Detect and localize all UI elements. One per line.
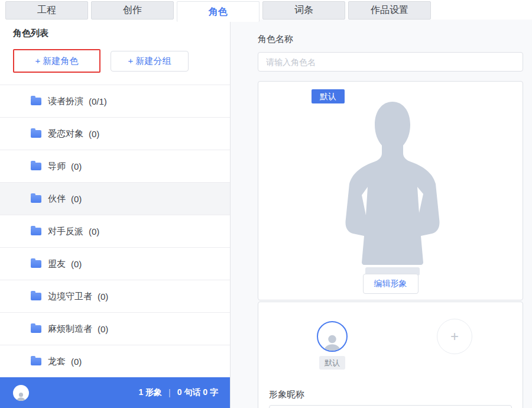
group-count: (0): [71, 259, 82, 269]
tab-work-settings[interactable]: 作品设置: [348, 1, 431, 20]
plus-icon: +: [450, 328, 459, 345]
group-count: (0): [89, 129, 99, 139]
content-area: 角色列表 + 新建角色 + 新建分组 读者扮演 (0/1) 爱恋对象 (0): [0, 20, 532, 408]
folder-icon: [31, 260, 41, 268]
group-count: (0): [71, 194, 82, 204]
group-name: 麻烦制造者: [48, 323, 92, 335]
avatar-icon: [13, 385, 29, 401]
sidebar-title: 角色列表: [13, 28, 217, 39]
group-list: 读者扮演 (0/1) 爱恋对象 (0) 导师 (0) 伙伴 (0): [0, 85, 230, 377]
folder-icon: [31, 325, 41, 333]
group-count: (0): [71, 357, 82, 367]
group-name: 龙套: [48, 356, 66, 367]
folder-icon: [31, 228, 41, 235]
group-name: 伙伴: [48, 193, 66, 205]
folder-icon: [31, 358, 41, 365]
group-row-rival[interactable]: 对手反派 (0): [0, 215, 230, 247]
group-name: 导师: [48, 161, 66, 172]
thumbnail-tag: 默认: [319, 356, 345, 370]
folder-icon: [31, 98, 41, 105]
folder-icon: [31, 163, 41, 170]
folder-icon: [31, 195, 41, 203]
group-row-partner[interactable]: 伙伴 (0): [0, 182, 230, 215]
group-count: (0): [71, 161, 82, 171]
image-list-card: 默认 + 形象昵称: [258, 302, 523, 408]
add-image-button[interactable]: +: [437, 319, 472, 354]
tab-entries[interactable]: 词条: [262, 1, 345, 20]
group-name: 对手反派: [48, 226, 83, 237]
new-role-button[interactable]: + 新建角色: [13, 49, 100, 73]
group-count: (0/1): [89, 96, 107, 106]
group-row-reader[interactable]: 读者扮演 (0/1): [0, 85, 230, 117]
group-row-love-interest[interactable]: 爱恋对象 (0): [0, 117, 230, 150]
tab-project[interactable]: 工程: [5, 1, 88, 20]
tab-creation[interactable]: 创作: [91, 1, 174, 20]
group-row-troublemaker[interactable]: 麻烦制造者 (0): [0, 312, 230, 345]
group-row-extra[interactable]: 龙套 (0): [0, 345, 230, 377]
character-sidebar: 角色列表 + 新建角色 + 新建分组 读者扮演 (0/1) 爱恋对象 (0): [0, 20, 231, 408]
footer-stats: 1 形象 | 0 句话 0 字: [138, 387, 218, 398]
image-nickname-label: 形象昵称: [269, 389, 304, 400]
image-thumbnail-default[interactable]: 默认: [317, 321, 348, 370]
image-count: 1 形象: [138, 387, 162, 398]
group-count: (0): [98, 292, 108, 302]
tab-bar: 工程 创作 角色 词条 作品设置: [0, 0, 532, 20]
group-count: (0): [98, 324, 108, 334]
sidebar-footer[interactable]: 1 形象 | 0 句话 0 字: [0, 377, 230, 408]
character-silhouette: [335, 99, 453, 277]
word-count: 0 句话 0 字: [177, 387, 218, 398]
character-name-input[interactable]: [258, 52, 523, 72]
character-detail-panel: 角色名称 默认 编辑形象 默认: [231, 20, 532, 408]
edit-image-button[interactable]: 编辑形象: [363, 274, 419, 294]
group-name: 边境守卫者: [48, 291, 92, 302]
group-count: (0): [89, 226, 99, 237]
folder-icon: [31, 130, 41, 138]
app-window: 工程 创作 角色 词条 作品设置 角色列表 + 新建角色 + 新建分组 读者扮演…: [0, 0, 532, 408]
folder-icon: [31, 293, 41, 300]
new-group-button[interactable]: + 新建分组: [111, 51, 189, 72]
image-nickname-input[interactable]: [269, 405, 512, 408]
sidebar-header: 角色列表 + 新建角色 + 新建分组: [0, 20, 230, 85]
sidebar-buttons: + 新建角色 + 新建分组: [13, 49, 217, 73]
stats-separator: |: [168, 388, 171, 397]
group-name: 读者扮演: [48, 96, 83, 107]
portrait-card: 默认 编辑形象: [258, 81, 523, 300]
group-name: 爱恋对象: [48, 128, 83, 140]
tab-character[interactable]: 角色: [177, 1, 259, 22]
group-name: 盟友: [48, 258, 66, 270]
character-name-label: 角色名称: [258, 34, 523, 45]
person-avatar-icon: [317, 321, 348, 352]
group-row-mentor[interactable]: 导师 (0): [0, 150, 230, 182]
group-row-ally[interactable]: 盟友 (0): [0, 247, 230, 280]
group-row-border-guard[interactable]: 边境守卫者 (0): [0, 280, 230, 312]
